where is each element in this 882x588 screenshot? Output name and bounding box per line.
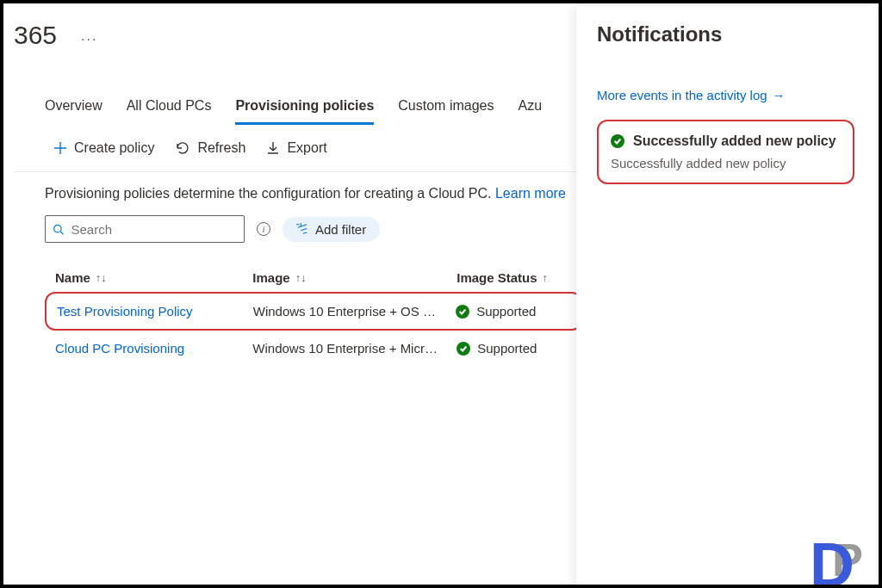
description: Provisioning policies determine the conf… <box>14 172 582 212</box>
arrow-right-icon: → <box>773 88 786 102</box>
svg-point-0 <box>54 225 61 232</box>
brand-logo: P D <box>810 529 875 588</box>
more-menu-icon[interactable]: ··· <box>81 32 97 47</box>
search-box[interactable] <box>45 215 245 243</box>
notification-card[interactable]: Successfully added new policy Successful… <box>597 120 854 184</box>
column-header-name[interactable]: Name ↑↓ <box>55 270 252 285</box>
sort-icon: ↑↓ <box>295 271 307 284</box>
add-filter-button[interactable]: Add filter <box>283 217 380 242</box>
column-name-label: Name <box>55 270 90 285</box>
refresh-button[interactable]: Refresh <box>175 140 245 156</box>
table-row[interactable]: Test Provisioning Policy Windows 10 Ente… <box>45 292 582 331</box>
tab-custom-images[interactable]: Custom images <box>398 98 494 125</box>
filter-icon <box>296 223 308 235</box>
sort-icon: ↑ <box>543 271 549 284</box>
activity-log-link[interactable]: More events in the activity log → <box>597 88 786 102</box>
tab-azure[interactable]: Azu <box>518 98 542 125</box>
info-icon[interactable]: i <box>257 222 270 236</box>
tab-overview[interactable]: Overview <box>45 98 102 125</box>
description-text: Provisioning policies determine the conf… <box>45 186 495 201</box>
policy-name-link[interactable]: Cloud PC Provisioning <box>55 341 252 356</box>
search-input[interactable] <box>71 222 238 237</box>
search-icon <box>53 223 65 236</box>
tabs: Overview All Cloud PCs Provisioning poli… <box>14 74 582 125</box>
tab-provisioning-policies[interactable]: Provisioning policies <box>235 98 374 125</box>
policy-image: Windows 10 Enterprise + OS … <box>253 304 456 319</box>
notifications-title: Notifications <box>597 22 854 46</box>
policy-name-link[interactable]: Test Provisioning Policy <box>57 304 253 319</box>
tab-all-cloud-pcs[interactable]: All Cloud PCs <box>127 98 212 125</box>
column-image-label: Image <box>252 270 289 285</box>
column-status-label: Image Status <box>457 270 537 285</box>
notification-body: Successfully added new policy <box>611 156 841 170</box>
learn-more-link[interactable]: Learn more <box>495 186 566 201</box>
table-row[interactable]: Cloud PC Provisioning Windows 10 Enterpr… <box>45 331 582 366</box>
plus-icon <box>53 141 67 155</box>
column-header-status[interactable]: Image Status ↑ <box>457 270 572 285</box>
notification-title: Successfully added new policy <box>633 133 836 149</box>
notifications-panel: Notifications More events in the activit… <box>576 7 875 588</box>
column-header-image[interactable]: Image ↑↓ <box>252 270 457 285</box>
refresh-icon <box>175 140 190 156</box>
sort-icon: ↑↓ <box>96 271 107 284</box>
create-policy-label: Create policy <box>74 140 154 156</box>
policy-image: Windows 10 Enterprise + Micr… <box>252 341 457 356</box>
page-title: 365 <box>14 21 57 50</box>
status-label: Supported <box>477 341 537 356</box>
success-icon <box>611 134 624 148</box>
download-icon <box>266 141 280 155</box>
export-label: Export <box>287 140 326 156</box>
export-button[interactable]: Export <box>266 140 326 156</box>
refresh-label: Refresh <box>197 140 245 156</box>
add-filter-label: Add filter <box>315 222 366 237</box>
status-label: Supported <box>476 304 536 319</box>
policy-status: Supported <box>457 341 572 356</box>
create-policy-button[interactable]: Create policy <box>53 140 154 156</box>
policies-table: Name ↑↓ Image ↑↓ Image Status ↑ Test Pro… <box>14 246 582 366</box>
toolbar: Create policy Refresh Export <box>14 125 582 172</box>
policy-status: Supported <box>456 304 570 319</box>
activity-log-label: More events in the activity log <box>597 88 767 102</box>
check-icon <box>456 305 469 319</box>
check-icon <box>457 342 470 356</box>
